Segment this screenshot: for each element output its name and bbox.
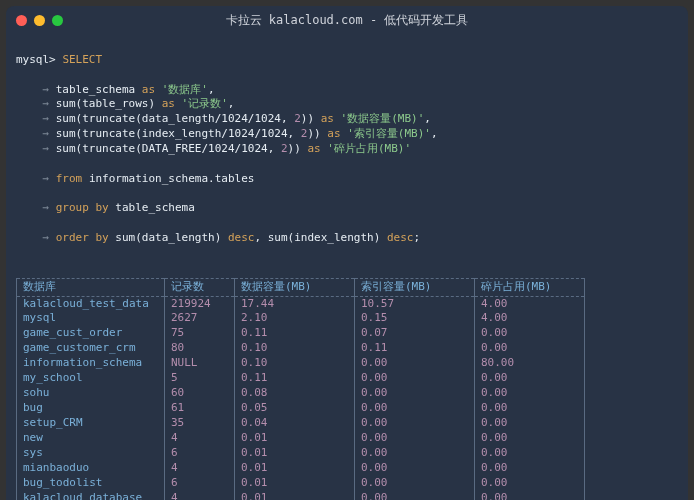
cell-rec: 5: [165, 371, 235, 386]
cell-frag: 0.00: [475, 371, 585, 386]
sql-line: → table_schema as '数据库',: [16, 83, 678, 98]
cell-db: bug_todolist: [17, 476, 165, 491]
minimize-icon[interactable]: [34, 15, 45, 26]
cell-db: sys: [17, 446, 165, 461]
cell-frag: 0.00: [475, 401, 585, 416]
cell-rec: 80: [165, 341, 235, 356]
cell-db: new: [17, 431, 165, 446]
cell-db: sohu: [17, 386, 165, 401]
cell-rec: 35: [165, 416, 235, 431]
cell-db: my_school: [17, 371, 165, 386]
cell-data: 0.01: [235, 461, 355, 476]
cell-rec: 219924: [165, 296, 235, 311]
table-row: kalacloud_database40.010.000.00: [17, 491, 585, 500]
cell-db: game_customer_crm: [17, 341, 165, 356]
table-row: game_cust_order750.110.070.00: [17, 326, 585, 341]
cell-frag: 0.00: [475, 386, 585, 401]
cell-data: 0.05: [235, 401, 355, 416]
cell-data: 0.11: [235, 326, 355, 341]
cell-data: 2.10: [235, 311, 355, 326]
table-header-row: 数据库 记录数 数据容量(MB) 索引容量(MB) 碎片占用(MB): [17, 278, 585, 296]
table-row: new40.010.000.00: [17, 431, 585, 446]
cell-data: 0.01: [235, 431, 355, 446]
cell-frag: 0.00: [475, 491, 585, 500]
cell-db: game_cust_order: [17, 326, 165, 341]
cell-frag: 0.00: [475, 446, 585, 461]
col-frag: 碎片占用(MB): [475, 278, 585, 296]
sql-from: → from information_schema.tables: [16, 172, 678, 187]
window-title: 卡拉云 kalacloud.com - 低代码开发工具: [6, 12, 688, 29]
cell-idx: 10.57: [355, 296, 475, 311]
sql-line: → sum(truncate(DATA_FREE/1024/1024, 2)) …: [16, 142, 678, 157]
cell-rec: 6: [165, 476, 235, 491]
cell-frag: 0.00: [475, 476, 585, 491]
cell-idx: 0.00: [355, 461, 475, 476]
table-row: setup_CRM350.040.000.00: [17, 416, 585, 431]
col-data: 数据容量(MB): [235, 278, 355, 296]
cell-idx: 0.15: [355, 311, 475, 326]
table-row: my_school50.110.000.00: [17, 371, 585, 386]
cell-idx: 0.00: [355, 446, 475, 461]
table-row: mysql26272.100.154.00: [17, 311, 585, 326]
cell-idx: 0.07: [355, 326, 475, 341]
cell-rec: 6: [165, 446, 235, 461]
sql-line: → sum(truncate(index_length/1024/1024, 2…: [16, 127, 678, 142]
cell-frag: 0.00: [475, 416, 585, 431]
cell-idx: 0.00: [355, 356, 475, 371]
cell-idx: 0.11: [355, 341, 475, 356]
cell-rec: 4: [165, 491, 235, 500]
cell-rec: 75: [165, 326, 235, 341]
zoom-icon[interactable]: [52, 15, 63, 26]
cell-data: 0.08: [235, 386, 355, 401]
sql-line: → sum(table_rows) as '记录数',: [16, 97, 678, 112]
cell-idx: 0.00: [355, 401, 475, 416]
cell-data: 0.10: [235, 356, 355, 371]
cell-data: 0.01: [235, 476, 355, 491]
cell-db: information_schema: [17, 356, 165, 371]
cell-idx: 0.00: [355, 386, 475, 401]
cell-idx: 0.00: [355, 476, 475, 491]
result-table: 数据库 记录数 数据容量(MB) 索引容量(MB) 碎片占用(MB) kalac…: [16, 278, 585, 501]
table-row: bug_todolist60.010.000.00: [17, 476, 585, 491]
titlebar: 卡拉云 kalacloud.com - 低代码开发工具: [6, 6, 688, 34]
sql-line: → sum(truncate(data_length/1024/1024, 2)…: [16, 112, 678, 127]
cell-data: 0.04: [235, 416, 355, 431]
close-icon[interactable]: [16, 15, 27, 26]
col-rec: 记录数: [165, 278, 235, 296]
terminal-body[interactable]: mysql> SELECT → table_schema as '数据库', →…: [6, 34, 688, 500]
cell-db: kalacloud_database: [17, 491, 165, 500]
cell-db: mianbaoduo: [17, 461, 165, 476]
window-controls: [16, 15, 63, 26]
col-idx: 索引容量(MB): [355, 278, 475, 296]
cell-data: 0.10: [235, 341, 355, 356]
cell-data: 17.44: [235, 296, 355, 311]
cell-idx: 0.00: [355, 491, 475, 500]
cell-data: 0.11: [235, 371, 355, 386]
cell-db: setup_CRM: [17, 416, 165, 431]
sql-line: mysql> SELECT: [16, 53, 678, 68]
cell-frag: 4.00: [475, 311, 585, 326]
cell-frag: 80.00: [475, 356, 585, 371]
cell-rec: 4: [165, 431, 235, 446]
col-db: 数据库: [17, 278, 165, 296]
table-row: kalacloud_test_data21992417.4410.574.00: [17, 296, 585, 311]
cell-data: 0.01: [235, 446, 355, 461]
cell-frag: 4.00: [475, 296, 585, 311]
table-row: sohu600.080.000.00: [17, 386, 585, 401]
cell-frag: 0.00: [475, 461, 585, 476]
table-row: mianbaoduo40.010.000.00: [17, 461, 585, 476]
table-row: bug610.050.000.00: [17, 401, 585, 416]
table-row: sys60.010.000.00: [17, 446, 585, 461]
terminal-window: 卡拉云 kalacloud.com - 低代码开发工具 mysql> SELEC…: [6, 6, 688, 500]
sql-order: → order by sum(data_length) desc, sum(in…: [16, 231, 678, 246]
cell-idx: 0.00: [355, 431, 475, 446]
cell-frag: 0.00: [475, 431, 585, 446]
cell-data: 0.01: [235, 491, 355, 500]
cell-idx: 0.00: [355, 416, 475, 431]
table-row: information_schemaNULL0.100.0080.00: [17, 356, 585, 371]
cell-frag: 0.00: [475, 326, 585, 341]
cell-rec: 2627: [165, 311, 235, 326]
cell-rec: NULL: [165, 356, 235, 371]
cell-rec: 60: [165, 386, 235, 401]
cell-rec: 4: [165, 461, 235, 476]
